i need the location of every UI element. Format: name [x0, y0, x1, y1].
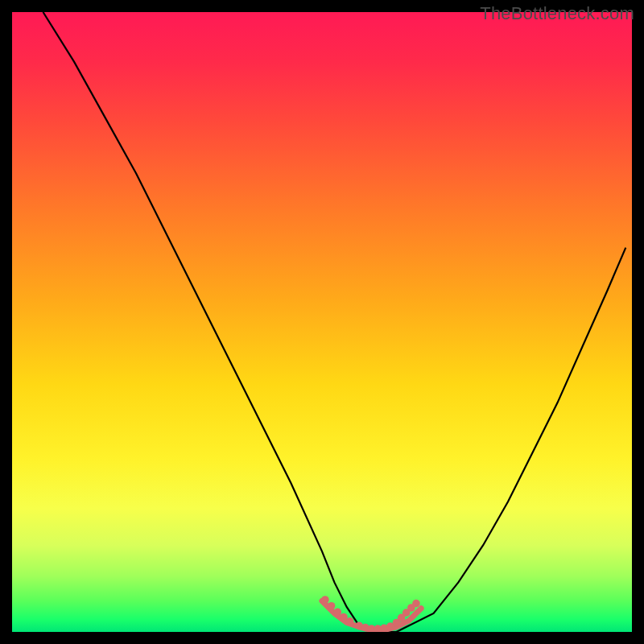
highlight-dot	[412, 600, 420, 608]
curve-layer	[12, 12, 632, 632]
gradient-plot-area	[12, 12, 632, 632]
bottleneck-curve	[43, 12, 626, 632]
highlight-dot	[346, 617, 354, 625]
highlight-dot	[321, 596, 329, 604]
watermark-text: TheBottleneck.com	[480, 3, 634, 24]
highlight-dot	[328, 602, 336, 610]
highlight-dot	[334, 609, 342, 617]
chart-frame: TheBottleneck.com	[0, 0, 644, 644]
